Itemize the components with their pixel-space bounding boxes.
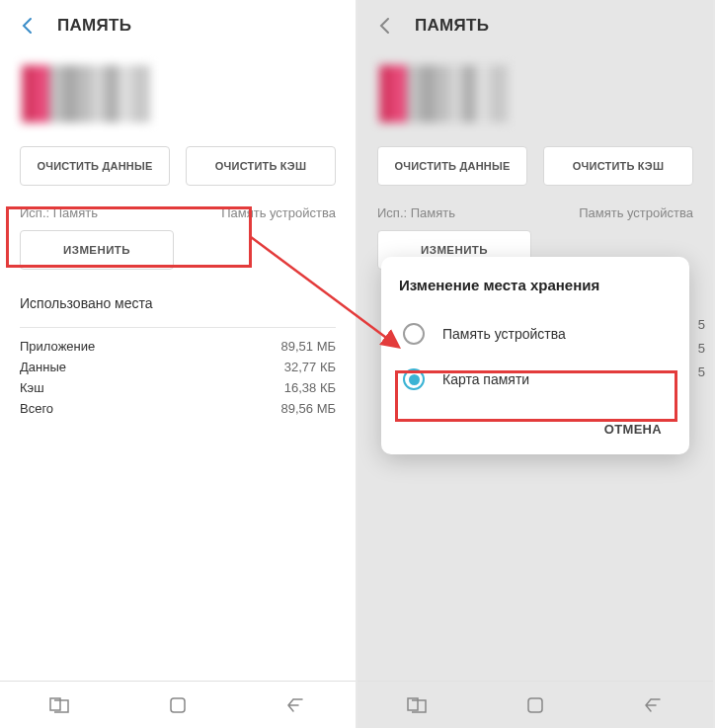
row-value: 32,77 КБ — [284, 360, 336, 374]
home-icon[interactable] — [167, 694, 189, 716]
dialog-overlay: Изменение места хранения Память устройст… — [358, 0, 713, 681]
used-space-heading: Использовано места — [0, 280, 356, 319]
row-value: 89,56 МБ — [280, 401, 336, 416]
storage-dialog: Изменение места хранения Память устройст… — [381, 257, 689, 454]
dialog-actions: ОТМЕНА — [399, 416, 672, 443]
used-memory-label: Исп.: Память — [20, 205, 98, 220]
recent-apps-icon[interactable] — [48, 694, 70, 716]
dialog-title: Изменение места хранения — [399, 277, 672, 293]
row-label: Данные — [20, 360, 66, 374]
table-row: Данные 32,77 КБ — [0, 357, 356, 377]
nav-bar — [358, 681, 713, 728]
row-label: Приложение — [20, 339, 95, 354]
back-nav-icon[interactable] — [285, 694, 307, 716]
action-buttons: ОЧИСТИТЬ ДАННЫЕ ОЧИСТИТЬ КЭШ — [0, 140, 356, 200]
cancel-button[interactable]: ОТМЕНА — [595, 416, 672, 443]
device-memory-label: Память устройства — [221, 205, 336, 220]
radio-icon-selected — [403, 368, 425, 390]
svg-rect-0 — [171, 698, 185, 712]
recent-apps-icon[interactable] — [406, 694, 428, 716]
option-memory-card[interactable]: Карта памяти — [399, 357, 672, 402]
header: ПАМЯТЬ — [0, 0, 356, 51]
row-value: 89,51 МБ — [280, 339, 336, 354]
radio-label: Память устройства — [442, 326, 566, 342]
row-value: 16,38 КБ — [284, 380, 336, 395]
change-button-container: ИЗМЕНИТЬ — [0, 230, 356, 280]
home-icon[interactable] — [524, 694, 546, 716]
nav-bar — [0, 681, 356, 728]
clear-data-button[interactable]: ОЧИСТИТЬ ДАННЫЕ — [20, 146, 170, 186]
back-nav-icon[interactable] — [643, 694, 665, 716]
change-storage-button[interactable]: ИЗМЕНИТЬ — [20, 230, 174, 270]
app-icon-placeholder — [22, 65, 150, 122]
screen-left: ПАМЯТЬ ОЧИСТИТЬ ДАННЫЕ ОЧИСТИТЬ КЭШ Исп.… — [0, 0, 358, 728]
radio-label: Карта памяти — [442, 371, 529, 387]
row-label: Всего — [20, 401, 53, 416]
clear-cache-button[interactable]: ОЧИСТИТЬ КЭШ — [186, 146, 336, 186]
table-row: Кэш 16,38 КБ — [0, 377, 356, 398]
radio-icon — [403, 323, 425, 345]
table-row: Приложение 89,51 МБ — [0, 336, 356, 357]
screen-right: ПАМЯТЬ ОЧИСТИТЬ ДАННЫЕ ОЧИСТИТЬ КЭШ Исп.… — [358, 0, 715, 728]
row-label: Кэш — [20, 380, 44, 395]
option-device-memory[interactable]: Память устройства — [399, 311, 672, 357]
page-title: ПАМЯТЬ — [57, 16, 131, 36]
table-row: Всего 89,56 МБ — [0, 398, 356, 419]
svg-rect-1 — [528, 698, 542, 712]
back-icon[interactable] — [16, 14, 40, 38]
divider — [20, 327, 336, 328]
storage-info-row: Исп.: Память Память устройства — [0, 200, 356, 230]
